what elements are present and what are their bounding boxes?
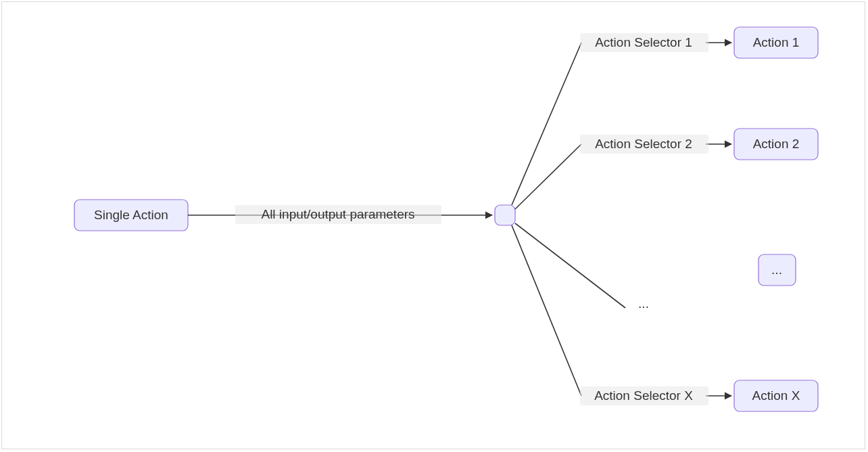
node-action-1-label: Action 1: [753, 35, 800, 49]
node-single-action-label: Single Action: [94, 208, 168, 222]
branch-ellipsis-text: ...: [638, 296, 649, 311]
node-action-1: Action 1: [734, 27, 818, 58]
edge-selector-2: Action Selector 2: [515, 135, 731, 209]
edge-selector-x: Action Selector X: [512, 225, 731, 405]
node-action-2-label: Action 2: [753, 137, 800, 151]
edge-selector-1-label: Action Selector 1: [595, 35, 692, 49]
node-ellipsis: ...: [758, 254, 796, 286]
edge-selector-2-label: Action Selector 2: [595, 137, 692, 151]
node-action-2: Action 2: [734, 129, 818, 160]
node-hub: [495, 205, 515, 225]
node-ellipsis-label: ...: [771, 263, 782, 277]
diagram-svg: Single Action Action 1 Action 2 ... Acti…: [0, 0, 868, 452]
node-action-x: Action X: [734, 380, 818, 411]
svg-rect-1: [495, 205, 515, 225]
edge-branch-ellipsis: ...: [515, 223, 649, 311]
edge-selector-1: Action Selector 1: [512, 33, 731, 205]
edge-selector-x-label: Action Selector X: [594, 388, 693, 403]
node-action-x-label: Action X: [752, 388, 800, 403]
edge-params-label: All input/output parameters: [261, 207, 414, 221]
edge-params: All input/output parameters: [188, 205, 492, 224]
node-single-action: Single Action: [74, 200, 188, 231]
